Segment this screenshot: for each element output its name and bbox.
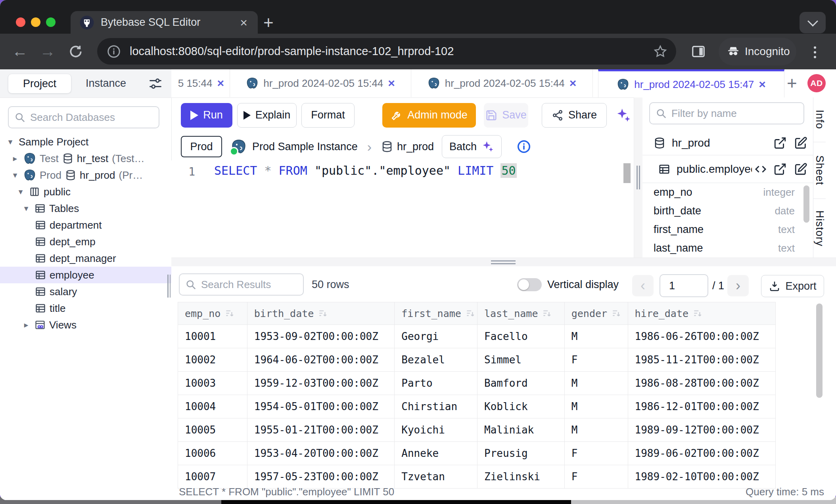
schema-filter[interactable] <box>649 102 804 124</box>
sort-icon[interactable] <box>692 308 703 319</box>
schema-column-row[interactable]: emp_nointeger <box>642 183 813 202</box>
database-search[interactable] <box>8 106 159 128</box>
tab-info[interactable]: Info <box>813 97 826 142</box>
browser-tab[interactable]: Bytebase SQL Editor × <box>71 11 258 34</box>
sidebar-table-item-dept_emp[interactable]: dept_emp <box>0 233 171 250</box>
table-row[interactable]: 100071957-05-23T00:00:00ZTzvetanZielinsk… <box>178 465 775 489</box>
chevron-expanded-icon[interactable]: ▾ <box>10 170 20 180</box>
ai-sparkle-icon[interactable] <box>615 107 631 123</box>
column-header-emp_no[interactable]: emp_no <box>178 302 247 325</box>
admin-mode-button[interactable]: Admin mode <box>382 103 476 128</box>
table-row[interactable]: 100041954-05-01T00:00:00ZChirstianKoblic… <box>178 395 775 418</box>
format-button[interactable]: Format <box>301 103 355 128</box>
tree-item-test-db[interactable]: ▸ Test hr_test (Test… <box>0 150 171 167</box>
instance-name[interactable]: Prod Sample Instance <box>252 141 358 153</box>
column-header-last_name[interactable]: last_name <box>477 302 565 325</box>
database-name[interactable]: hr_prod <box>397 141 434 153</box>
save-button[interactable]: Save <box>484 103 528 128</box>
edit-icon[interactable] <box>794 136 807 150</box>
back-icon[interactable]: ← <box>12 43 28 59</box>
schema-table-row[interactable]: public.employee <box>642 155 813 183</box>
info-circle-icon[interactable] <box>517 139 531 154</box>
sort-icon[interactable] <box>611 308 621 319</box>
chevron-expanded-icon[interactable]: ▾ <box>6 137 15 147</box>
sort-icon[interactable] <box>318 308 328 319</box>
result-table-scrollbar[interactable] <box>816 304 823 398</box>
next-page-button[interactable]: › <box>727 275 749 296</box>
close-browser-tab-icon[interactable]: × <box>240 16 247 29</box>
tab-sheet[interactable]: Sheet <box>813 142 826 199</box>
chevron-collapsed-icon[interactable]: ▸ <box>10 154 20 163</box>
run-button[interactable]: Run <box>181 103 232 128</box>
sidebar-table-item-salary[interactable]: salary <box>0 283 171 300</box>
tree-item-prod-db[interactable]: ▾ Prod hr_prod (Pr… <box>0 167 171 183</box>
batch-button[interactable]: Batch <box>442 135 502 158</box>
sort-icon[interactable] <box>542 308 552 319</box>
schema-column-row[interactable]: last_nametext <box>642 239 813 258</box>
table-row[interactable]: 100031959-12-03T00:00:00ZPartoBamfordM19… <box>178 372 775 395</box>
explain-button[interactable]: Explain <box>237 103 297 128</box>
table-row[interactable]: 100051955-01-21T00:00:00ZKyoichiMaliniak… <box>178 418 775 442</box>
column-header-hire_date[interactable]: hire_date <box>628 302 776 325</box>
tab-project[interactable]: Project <box>8 74 71 94</box>
editor-scrollbar[interactable] <box>623 163 631 183</box>
results-search[interactable] <box>179 273 304 296</box>
page-number-box[interactable] <box>660 274 708 297</box>
tree-item-schema-public[interactable]: ▾ public <box>0 183 171 200</box>
schema-filter-input[interactable] <box>671 107 803 120</box>
user-avatar[interactable]: AD <box>807 74 826 92</box>
tab-history[interactable]: History <box>813 199 826 258</box>
database-search-input[interactable] <box>29 111 159 124</box>
tree-item-views-group[interactable]: ▸ Views <box>0 317 171 333</box>
table-row[interactable]: 100021964-06-02T00:00:00ZBezalelSimmelF1… <box>178 348 775 372</box>
sidebar-table-item-employee[interactable]: employee <box>0 267 171 283</box>
editor-tab[interactable]: hr_prod 2024-02-05 15:44× <box>411 69 593 97</box>
sidebar-table-item-title[interactable]: title <box>0 300 171 317</box>
column-header-birth_date[interactable]: birth_date <box>247 302 395 325</box>
sql-code-line[interactable]: SELECT * FROM "public"."employee" LIMIT … <box>214 164 517 178</box>
close-tab-icon[interactable]: × <box>388 77 395 89</box>
side-panel-icon[interactable] <box>691 44 706 59</box>
minimize-window-button[interactable] <box>31 17 40 27</box>
code-icon[interactable] <box>754 162 768 176</box>
open-external-icon[interactable] <box>773 136 787 150</box>
address-bar[interactable]: localhost:8080/sql-editor/prod-sample-in… <box>97 38 676 65</box>
sidebar-table-item-dept_manager[interactable]: dept_manager <box>0 250 171 267</box>
sidebar-settings-icon[interactable] <box>148 76 163 91</box>
export-button[interactable]: Export <box>761 275 824 297</box>
tab-instance[interactable]: Instance <box>79 69 132 97</box>
new-sheet-tab-button[interactable]: + <box>787 73 797 93</box>
editor-tab[interactable]: 5 15:44× <box>171 69 230 97</box>
panel-resize-handle-vertical[interactable] <box>634 97 643 258</box>
schema-database-row[interactable]: hr_prod <box>642 131 813 155</box>
column-list-scrollbar[interactable] <box>803 185 809 223</box>
page-number-input[interactable] <box>668 279 702 292</box>
sidebar-resize-handle[interactable] <box>166 275 171 299</box>
edit-icon[interactable] <box>794 162 807 176</box>
close-tab-icon[interactable]: × <box>217 77 224 89</box>
sort-icon[interactable] <box>465 308 476 319</box>
chevron-expanded-icon[interactable]: ▾ <box>21 204 31 213</box>
new-browser-tab-button[interactable]: + <box>263 13 274 32</box>
sql-editor[interactable]: 1 SELECT * FROM "public"."employee" LIMI… <box>171 160 634 258</box>
browser-menu-icon[interactable] <box>814 44 816 61</box>
forward-icon[interactable]: → <box>40 43 56 59</box>
sort-icon[interactable] <box>224 308 235 319</box>
column-header-gender[interactable]: gender <box>565 302 628 325</box>
close-tab-icon[interactable]: × <box>759 78 766 90</box>
close-window-button[interactable] <box>16 17 25 27</box>
site-info-icon[interactable] <box>107 44 121 59</box>
tab-search-button[interactable] <box>800 12 826 33</box>
vertical-display-toggle[interactable] <box>517 278 542 291</box>
sidebar-table-item-department[interactable]: department <box>0 217 171 233</box>
reload-icon[interactable] <box>68 44 83 59</box>
share-button[interactable]: Share <box>542 103 607 128</box>
table-row[interactable]: 100061953-04-20T00:00:00ZAnnekePreusigF1… <box>178 442 775 465</box>
results-search-input[interactable] <box>200 278 303 291</box>
editor-tab[interactable]: hr_prod 2024-02-05 15:47× <box>598 69 784 97</box>
close-tab-icon[interactable]: × <box>569 77 577 89</box>
editor-tab[interactable]: hr_prod 2024-02-05 15:44× <box>230 69 411 97</box>
tree-item-project[interactable]: ▾ Sample Project <box>0 134 171 150</box>
chevron-expanded-icon[interactable]: ▾ <box>16 187 25 197</box>
chevron-collapsed-icon[interactable]: ▸ <box>21 320 31 330</box>
